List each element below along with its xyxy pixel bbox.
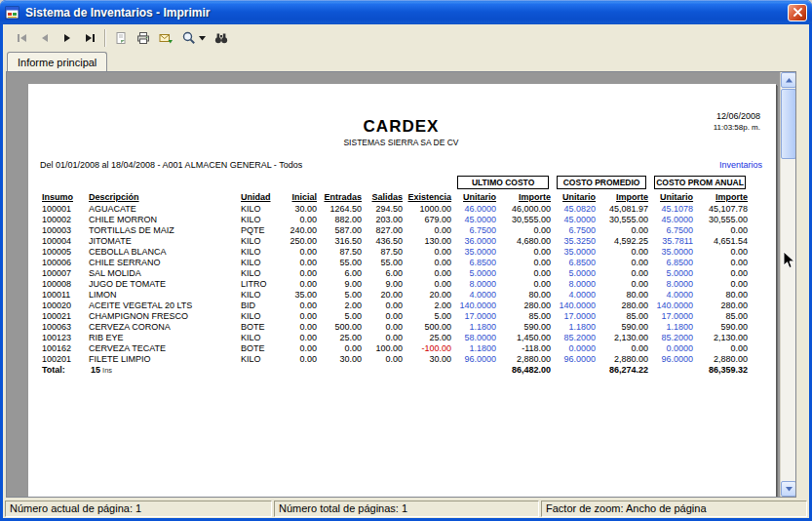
- column-header: Importe: [695, 192, 750, 204]
- table-row: 100123RIB EYEKILO0.0025.000.0025.0058.00…: [40, 333, 750, 343]
- window-title: Sistema de Inventarios - Imprimir: [25, 6, 788, 20]
- table-row: 100004JITOMATEKILO250.00316.50436.50130.…: [40, 236, 750, 247]
- app-window: Sistema de Inventarios - Imprimir: [0, 0, 812, 521]
- column-header: Importe: [498, 192, 553, 204]
- table-row: 100001AGUACATEKILO30.001264.50294.501000…: [40, 204, 750, 215]
- table-row: 100007SAL MOLIDAKILO0.006.006.000.005.00…: [40, 268, 750, 279]
- binoculars-icon: [213, 30, 229, 46]
- magnifier-icon: [181, 30, 197, 46]
- table-row: 100162CERVEZA TECATEBOTE0.000.00100.00-1…: [40, 343, 750, 354]
- toolbar-separator: [104, 29, 105, 47]
- table-row: 100011LIMONKILO35.005.0020.0020.004.0000…: [40, 290, 750, 301]
- scrollbar-thumb[interactable]: [781, 89, 796, 159]
- column-header: Unitario: [453, 192, 498, 204]
- mouse-cursor: [783, 251, 795, 270]
- inventarios-link[interactable]: Inventarios: [719, 160, 762, 170]
- zoom-dropdown-arrow-icon[interactable]: [199, 36, 206, 41]
- group-header-row: ULTIMO COSTOCOSTO PROMEDIOCOSTO PROM ANU…: [40, 176, 750, 192]
- report-subtitle: SISTEMAS SIERRA SA DE CV: [40, 138, 762, 147]
- last-page-icon: [82, 30, 97, 46]
- status-bar: Número actual de página: 1 Número total …: [3, 499, 809, 518]
- table-row: 100005CEBOLLA BLANCAKILO0.0087.5087.500.…: [40, 247, 750, 258]
- next-page-icon: [59, 30, 75, 46]
- previous-page-icon: [37, 30, 53, 46]
- goto-page-button[interactable]: [109, 27, 132, 49]
- column-header: Importe: [598, 192, 650, 204]
- column-header-row: InsumoDescripciónUnidadInicialEntradasSa…: [40, 192, 750, 204]
- table-row: 100002CHILE MORRONKILO0.00882.00203.0067…: [40, 215, 750, 225]
- total-count: 15: [91, 365, 100, 375]
- scroll-up-button[interactable]: [781, 72, 796, 88]
- scroll-down-button[interactable]: [781, 481, 796, 497]
- title-bar[interactable]: Sistema de Inventarios - Imprimir: [0, 0, 812, 24]
- export-button[interactable]: [154, 27, 176, 49]
- table-row: 100021CHAMPIGNON FRESCOKILO0.005.000.005…: [40, 311, 750, 322]
- report-filter-text: Del 01/01/2008 al 18/04/2008 - A001 ALMA…: [40, 160, 302, 170]
- export-icon: [158, 30, 174, 46]
- print-button[interactable]: [132, 27, 154, 49]
- app-icon: [5, 5, 20, 20]
- total-importe: 86,274.22: [598, 365, 650, 376]
- goto-page-icon: [113, 30, 129, 46]
- status-total-pages: Número total de páginas: 1: [274, 501, 539, 517]
- zoom-button[interactable]: [176, 27, 210, 49]
- first-page-icon: [15, 30, 30, 46]
- column-header: Unidad: [239, 192, 278, 204]
- column-header: Salidas: [364, 192, 405, 204]
- scroll-down-arrow-icon: [786, 487, 793, 492]
- tab-label: Informe principal: [18, 57, 97, 68]
- next-page-button[interactable]: [56, 27, 78, 49]
- total-importe: 86,482.00: [498, 365, 553, 376]
- column-header: Unitario: [553, 192, 598, 204]
- search-button[interactable]: [210, 27, 232, 49]
- close-icon: [793, 8, 802, 17]
- column-header: Descripción: [87, 192, 239, 204]
- status-current-page: Número actual de página: 1: [5, 501, 272, 517]
- table-row: 100003TORTILLAS DE MAIZPQTE240.00587.008…: [40, 225, 750, 236]
- status-zoom-factor: Factor de zoom: Ancho de página: [541, 501, 807, 517]
- table-row: 100006CHILE SERRANOKILO0.0055.0055.000.0…: [40, 258, 750, 268]
- column-header: Inicial: [278, 192, 319, 204]
- print-preview-area: 12/06/2008 11:03:58p. m. CARDEX SISTEMAS…: [6, 71, 796, 498]
- vertical-scrollbar[interactable]: [780, 72, 795, 497]
- cost-group-header: COSTO PROMEDIO: [557, 176, 646, 189]
- close-button[interactable]: [788, 4, 807, 21]
- tab-strip: Informe principal: [3, 52, 809, 71]
- total-importe: 86,359.32: [695, 365, 750, 376]
- column-header: Entradas: [319, 192, 364, 204]
- report-time: 11:03:58p. m.: [714, 122, 760, 133]
- cost-group-header: ULTIMO COSTO: [457, 176, 549, 189]
- report-title: CARDEX: [40, 117, 762, 137]
- report-filter-row: Del 01/01/2008 al 18/04/2008 - A001 ALMA…: [40, 160, 762, 170]
- previous-page-button[interactable]: [33, 27, 56, 49]
- tab-informe-principal[interactable]: Informe principal: [7, 52, 107, 71]
- scroll-up-arrow-icon: [786, 78, 793, 83]
- report-page: 12/06/2008 11:03:58p. m. CARDEX SISTEMAS…: [28, 84, 776, 498]
- column-header: Unitario: [650, 192, 695, 204]
- total-count-unit: Ins: [100, 366, 112, 375]
- column-header: Insumo: [40, 192, 87, 204]
- table-row: 100201FILETE LIMPIOKILO0.0030.000.0030.0…: [40, 354, 750, 365]
- report-date: 12/06/2008: [714, 111, 760, 122]
- table-row: 100008JUGO DE TOMATELITRO0.009.009.000.0…: [40, 279, 750, 290]
- report-datetime: 12/06/2008 11:03:58p. m.: [714, 111, 760, 133]
- first-page-button[interactable]: [11, 27, 33, 49]
- last-page-button[interactable]: [78, 27, 100, 49]
- report-table: ULTIMO COSTOCOSTO PROMEDIOCOSTO PROM ANU…: [40, 176, 750, 376]
- table-row: 100020ACEITE VEGETAL 20 LTSBID0.002.000.…: [40, 301, 750, 311]
- printer-icon: [135, 30, 151, 46]
- toolbar: [3, 24, 809, 52]
- table-row: 100063CERVEZA CORONABOTE0.00500.000.0050…: [40, 322, 750, 333]
- cost-group-header: COSTO PROM ANUAL: [654, 176, 746, 189]
- total-label: Total:: [42, 365, 91, 376]
- column-header: Existencia: [405, 192, 453, 204]
- total-row: Total:15 Ins86,482.0086,274.2286,359.32: [40, 365, 750, 376]
